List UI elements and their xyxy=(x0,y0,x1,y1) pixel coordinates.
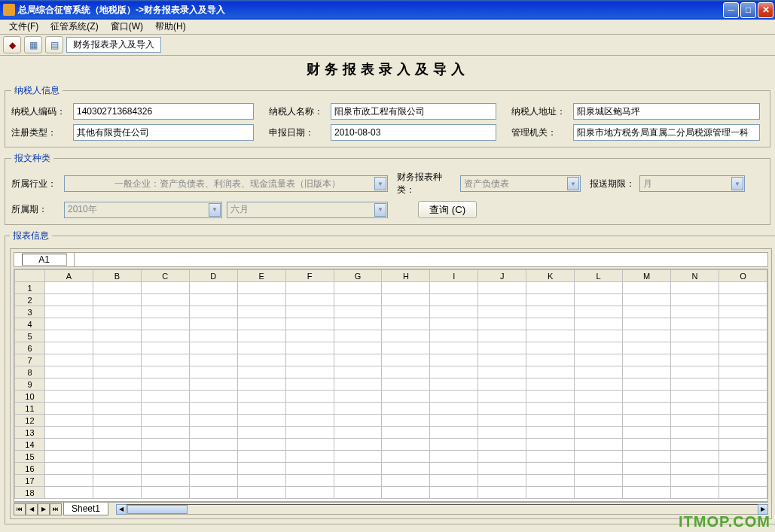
grid-cell[interactable] xyxy=(670,439,719,451)
grid-cell[interactable] xyxy=(141,439,189,451)
grid-cell[interactable] xyxy=(623,439,671,451)
grid-cell[interactable] xyxy=(189,354,237,366)
grid-cell[interactable] xyxy=(44,415,93,427)
grid-cell[interactable] xyxy=(189,391,237,403)
grid-cell[interactable] xyxy=(478,439,526,451)
grid-cell[interactable] xyxy=(334,451,382,463)
grid-cell[interactable] xyxy=(334,294,382,306)
grid-cell[interactable] xyxy=(237,366,285,378)
grid-cell[interactable] xyxy=(382,451,430,463)
grid-cell[interactable] xyxy=(93,475,141,487)
grid-cell[interactable] xyxy=(670,487,719,499)
grid-cell[interactable] xyxy=(575,330,623,342)
grid-cell[interactable] xyxy=(478,282,526,294)
grid-cell[interactable] xyxy=(334,427,382,439)
row-header[interactable]: 17 xyxy=(15,475,45,487)
grid-cell[interactable] xyxy=(526,330,575,342)
grid-cell[interactable] xyxy=(382,378,430,391)
grid-cell[interactable] xyxy=(670,403,719,415)
grid-cell[interactable] xyxy=(285,415,334,427)
grid-cell[interactable] xyxy=(430,475,478,487)
grid-cell[interactable] xyxy=(526,366,575,378)
grid-cell[interactable] xyxy=(478,378,526,391)
grid-cell[interactable] xyxy=(141,391,189,403)
row-header[interactable]: 9 xyxy=(15,378,45,391)
grid-cell[interactable] xyxy=(575,282,623,294)
grid-cell[interactable] xyxy=(623,487,671,499)
grid-cell[interactable] xyxy=(575,403,623,415)
grid-cell[interactable] xyxy=(237,282,285,294)
grid-cell[interactable] xyxy=(670,306,719,318)
grid-cell[interactable] xyxy=(719,451,767,463)
grid-cell[interactable] xyxy=(719,354,767,366)
grid-cell[interactable] xyxy=(93,391,141,403)
column-header[interactable]: L xyxy=(575,270,623,282)
grid-cell[interactable] xyxy=(44,475,93,487)
grid-cell[interactable] xyxy=(670,282,719,294)
minimize-button[interactable]: ─ xyxy=(723,2,739,18)
grid-cell[interactable] xyxy=(189,378,237,391)
grid-cell[interactable] xyxy=(623,403,671,415)
grid-cell[interactable] xyxy=(430,294,478,306)
grid-cell[interactable] xyxy=(670,318,719,330)
grid-cell[interactable] xyxy=(141,427,189,439)
input-taxpayer-code[interactable]: 140302713684326 xyxy=(73,103,254,120)
grid-cell[interactable] xyxy=(382,427,430,439)
grid-cell[interactable] xyxy=(526,427,575,439)
select-industry[interactable]: 一般企业：资产负债表、利润表、现金流量表（旧版本） ▼ xyxy=(64,175,388,192)
grid-cell[interactable] xyxy=(719,342,767,354)
grid-cell[interactable] xyxy=(93,342,141,354)
grid-cell[interactable] xyxy=(382,391,430,403)
grid-cell[interactable] xyxy=(237,378,285,391)
grid-cell[interactable] xyxy=(430,378,478,391)
grid-cell[interactable] xyxy=(430,439,478,451)
grid-cell[interactable] xyxy=(93,415,141,427)
grid-cell[interactable] xyxy=(430,366,478,378)
grid-cell[interactable] xyxy=(93,294,141,306)
grid-cell[interactable] xyxy=(334,378,382,391)
select-period-month[interactable]: 六月 ▼ xyxy=(227,202,388,218)
grid-cell[interactable] xyxy=(189,487,237,499)
column-header[interactable]: D xyxy=(189,270,237,282)
grid-cell[interactable] xyxy=(526,342,575,354)
grid-cell[interactable] xyxy=(623,427,671,439)
grid-cell[interactable] xyxy=(670,463,719,475)
grid-cell[interactable] xyxy=(237,415,285,427)
grid-cell[interactable] xyxy=(141,415,189,427)
grid-cell[interactable] xyxy=(285,439,334,451)
grid-cell[interactable] xyxy=(575,306,623,318)
grid-cell[interactable] xyxy=(189,318,237,330)
grid-cell[interactable] xyxy=(237,391,285,403)
grid-cell[interactable] xyxy=(93,282,141,294)
grid-cell[interactable] xyxy=(623,378,671,391)
select-send-period[interactable]: 月 ▼ xyxy=(639,175,745,192)
grid-cell[interactable] xyxy=(334,342,382,354)
grid-cell[interactable] xyxy=(189,415,237,427)
sheet-nav-first-icon[interactable]: ⏮ xyxy=(14,503,26,515)
grid-cell[interactable] xyxy=(382,354,430,366)
grid-cell[interactable] xyxy=(334,403,382,415)
grid-cell[interactable] xyxy=(719,330,767,342)
row-header[interactable]: 7 xyxy=(15,354,45,366)
grid-cell[interactable] xyxy=(93,487,141,499)
column-header[interactable]: K xyxy=(526,270,575,282)
menu-system[interactable]: 征管系统(Z) xyxy=(44,19,104,35)
scroll-left-icon[interactable]: ◀ xyxy=(116,504,127,515)
grid-cell[interactable] xyxy=(623,415,671,427)
grid-cell[interactable] xyxy=(237,342,285,354)
grid-cell[interactable] xyxy=(623,330,671,342)
grid-cell[interactable] xyxy=(719,487,767,499)
grid-cell[interactable] xyxy=(237,306,285,318)
grid-cell[interactable] xyxy=(285,282,334,294)
grid-cell[interactable] xyxy=(334,391,382,403)
grid-cell[interactable] xyxy=(382,294,430,306)
grid-cell[interactable] xyxy=(93,451,141,463)
grid-corner[interactable] xyxy=(15,270,45,282)
grid-cell[interactable] xyxy=(670,354,719,366)
grid-cell[interactable] xyxy=(285,318,334,330)
grid-cell[interactable] xyxy=(526,451,575,463)
grid-cell[interactable] xyxy=(430,391,478,403)
grid-cell[interactable] xyxy=(189,451,237,463)
column-header[interactable]: J xyxy=(478,270,526,282)
grid-cell[interactable] xyxy=(237,475,285,487)
